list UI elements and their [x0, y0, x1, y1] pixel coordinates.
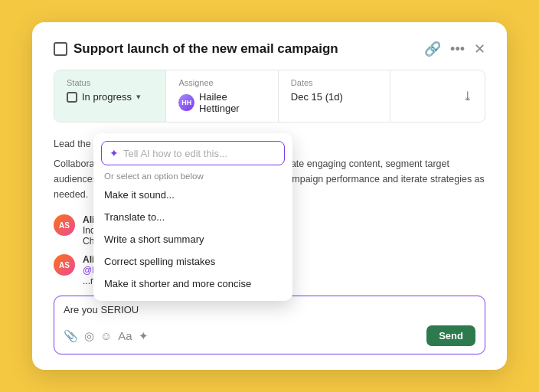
- status-checkbox: [67, 92, 77, 103]
- ai-star-icon: ✦: [109, 147, 119, 159]
- expand-cell[interactable]: ⤓: [390, 70, 485, 122]
- status-text: In progress: [82, 91, 132, 103]
- dates-text: Dec 15 (1d): [291, 91, 343, 103]
- text-format-icon[interactable]: Aa: [118, 329, 132, 342]
- compose-input[interactable]: Are you SERIOU: [64, 304, 475, 319]
- avatar-alice2: AS: [54, 254, 75, 276]
- dates-cell[interactable]: Dates Dec 15 (1d): [279, 70, 390, 122]
- dates-value: Dec 15 (1d): [291, 91, 377, 103]
- task-type-icon: [54, 42, 67, 56]
- close-icon[interactable]: ✕: [474, 41, 485, 57]
- task-card: Support launch of the new email campaign…: [32, 22, 507, 370]
- expand-icon: ⤓: [462, 89, 472, 103]
- emoji-icon[interactable]: ☺: [100, 329, 112, 342]
- avatar-alice1: AS: [54, 214, 75, 236]
- ai-option-2[interactable]: Translate to...: [93, 206, 292, 228]
- ai-option-1[interactable]: Make it sound...: [93, 184, 292, 206]
- meta-row: Status In progress ▾ Assignee HH Hailee …: [54, 70, 485, 122]
- status-label: Status: [67, 78, 153, 87]
- send-button[interactable]: Send: [426, 325, 475, 346]
- more-icon[interactable]: •••: [450, 41, 465, 57]
- assignee-avatar: HH: [178, 94, 194, 111]
- ai-dropdown: ✦ Tell AI how to edit this... Or select …: [93, 133, 292, 301]
- assignee-name: Hailee Hettinger: [199, 91, 266, 114]
- compose-text-start: Are you SERIOU: [64, 304, 139, 315]
- gif-icon[interactable]: ◎: [84, 329, 94, 343]
- ai-option-5[interactable]: Make it shorter and more concise: [93, 273, 292, 295]
- ai-option-3[interactable]: Write a short summary: [93, 228, 292, 250]
- compose-toolbar: 📎 ◎ ☺ Aa ✦ Send: [64, 325, 475, 346]
- ai-option-4[interactable]: Correct spelling mistakes: [93, 250, 292, 273]
- card-title: Support launch of the new email campaign: [54, 41, 338, 57]
- ai-section-label: Or select an option below: [93, 172, 292, 181]
- compose-box[interactable]: Are you SERIOU 📎 ◎ ☺ Aa ✦ Send: [54, 296, 485, 354]
- header-actions: 🔗 ••• ✕: [424, 41, 485, 57]
- assignee-value: HH Hailee Hettinger: [178, 91, 265, 114]
- assignee-label: Assignee: [178, 78, 265, 87]
- status-value: In progress ▾: [67, 91, 153, 103]
- sparkle-icon[interactable]: ✦: [139, 329, 149, 343]
- ai-input-row[interactable]: ✦ Tell AI how to edit this...: [101, 141, 285, 165]
- card-header: Support launch of the new email campaign…: [54, 41, 485, 57]
- assignee-cell[interactable]: Assignee HH Hailee Hettinger: [166, 70, 278, 122]
- link-icon[interactable]: 🔗: [424, 41, 441, 57]
- card-title-text: Support launch of the new email campaign: [74, 41, 338, 57]
- status-chevron-icon: ▾: [136, 92, 141, 102]
- status-cell[interactable]: Status In progress ▾: [54, 70, 166, 122]
- attach-icon[interactable]: 📎: [64, 329, 78, 343]
- ai-input-placeholder: Tell AI how to edit this...: [123, 148, 227, 159]
- toolbar-icons: 📎 ◎ ☺ Aa ✦: [64, 329, 149, 343]
- dates-label: Dates: [291, 78, 377, 87]
